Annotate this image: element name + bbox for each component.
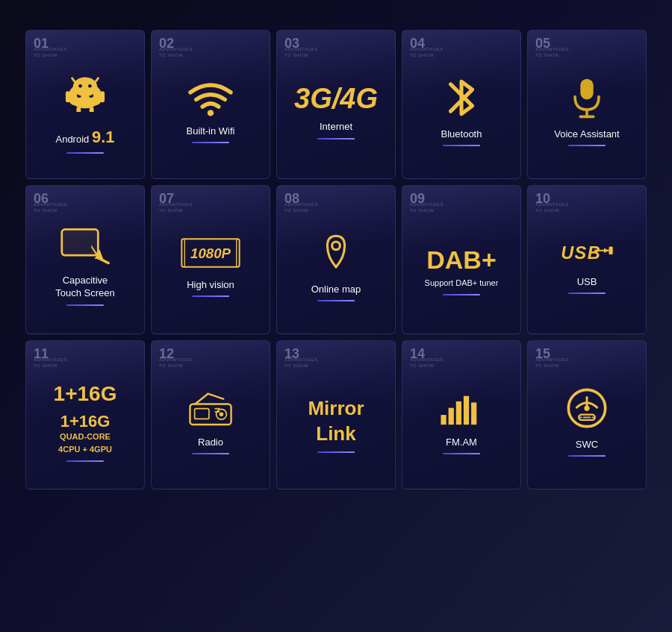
card-icon-wrapper <box>59 227 111 269</box>
map-icon <box>316 231 356 278</box>
feature-card-13[interactable]: 13ADVANTAGESTO SHOWMirrorLink <box>276 340 396 489</box>
svg-rect-27 <box>609 246 612 254</box>
card-icon-wrapper: USB <box>560 239 614 270</box>
svg-point-11 <box>78 84 82 88</box>
android-icon <box>63 69 107 121</box>
touchscreen-icon <box>59 227 111 269</box>
svg-rect-37 <box>449 407 454 424</box>
storage-icon: 1+16G <box>54 381 117 407</box>
card-icon-wrapper: 1+16G <box>54 381 117 407</box>
feature-card-03[interactable]: 03ADVANTAGESTO SHOW3G/4GInternet <box>276 30 396 179</box>
card-underline <box>443 294 480 295</box>
card-underline <box>66 304 104 306</box>
feature-card-02[interactable]: 02ADVANTAGESTO SHOW Built-in Wifi <box>151 30 270 179</box>
3g4g-icon: 3G/4G <box>294 83 378 115</box>
wifi-icon <box>188 79 233 119</box>
svg-rect-8 <box>76 107 81 112</box>
card-icon-wrapper <box>187 389 234 431</box>
svg-rect-36 <box>441 415 446 425</box>
feature-card-11[interactable]: 11ADVANTAGESTO SHOW1+16G1+16GQUAD-CORE4C… <box>25 340 145 489</box>
swc-icon <box>565 387 609 433</box>
card-underline <box>66 152 104 154</box>
card-icon-wrapper <box>63 69 107 121</box>
feature-card-04[interactable]: 04ADVANTAGESTO SHOW Bluetooth <box>402 30 521 179</box>
feature-card-10[interactable]: 10ADVANTAGESTO SHOW USB USB <box>527 185 647 334</box>
card-underline <box>317 451 355 453</box>
card-label: 1+16GQUAD-CORE4CPU + 4GPU <box>58 413 112 456</box>
svg-line-30 <box>208 393 224 398</box>
svg-rect-14 <box>580 78 593 99</box>
svg-rect-9 <box>90 107 94 112</box>
svg-text:1080P: 1080P <box>190 245 231 260</box>
card-label: FM.AM <box>446 437 477 449</box>
card-label: MirrorLink <box>308 396 364 447</box>
card-sub: ADVANTAGESTO SHOW <box>284 47 318 59</box>
svg-line-19 <box>98 258 108 263</box>
svg-rect-38 <box>456 401 461 424</box>
card-sub: ADVANTAGESTO SHOW <box>34 202 67 214</box>
svg-rect-31 <box>195 408 209 419</box>
svg-point-10 <box>73 77 97 96</box>
svg-rect-6 <box>66 91 70 102</box>
card-label: DAB+Support DAB+ tuner <box>425 243 499 289</box>
feature-card-01[interactable]: 01ADVANTAGESTO SHOW Android 9.1 <box>25 30 145 179</box>
card-underline <box>443 145 480 146</box>
svg-text:USB: USB <box>561 243 601 263</box>
card-label: Online map <box>311 284 361 296</box>
card-underline <box>66 460 104 462</box>
usb-icon: USB <box>560 239 614 270</box>
card-sub: ADVANTAGESTO SHOW <box>410 357 444 369</box>
feature-card-14[interactable]: 14ADVANTAGESTO SHOW FM.AM <box>402 340 521 489</box>
card-label: Voice Assistant <box>554 128 619 141</box>
card-underline <box>568 145 606 146</box>
card-label: High vision <box>187 279 234 292</box>
card-sub: ADVANTAGESTO SHOW <box>410 202 444 214</box>
card-sub: ADVANTAGESTO SHOW <box>284 357 318 369</box>
card-sub: ADVANTAGESTO SHOW <box>159 357 193 369</box>
svg-point-24 <box>332 242 340 250</box>
feature-card-09[interactable]: 09ADVANTAGESTO SHOWDAB+Support DAB+ tune… <box>402 185 521 334</box>
card-icon-wrapper <box>565 387 609 433</box>
svg-point-13 <box>208 110 214 116</box>
function-grid: 01ADVANTAGESTO SHOW Android 9.102 <box>15 30 657 489</box>
feature-card-15[interactable]: 15ADVANTAGESTO SHOW SWC <box>527 340 647 489</box>
1080p-icon: 1080P <box>181 236 240 273</box>
card-icon-wrapper <box>316 231 356 278</box>
svg-rect-39 <box>464 395 469 424</box>
card-underline <box>568 292 606 294</box>
feature-card-05[interactable]: 05ADVANTAGESTO SHOW Voice Assistant <box>527 30 647 179</box>
card-label: USB <box>577 276 597 289</box>
card-icon-wrapper <box>445 76 478 122</box>
card-label: Built-in Wifi <box>186 125 234 138</box>
card-sub: ADVANTAGESTO SHOW <box>535 357 569 369</box>
svg-rect-28 <box>190 404 231 425</box>
card-label: Radio <box>198 437 223 449</box>
card-icon-wrapper <box>188 79 233 119</box>
card-underline <box>192 453 229 454</box>
card-underline <box>568 455 606 457</box>
card-underline <box>192 295 229 297</box>
feature-card-08[interactable]: 08ADVANTAGESTO SHOW Online map <box>276 185 396 334</box>
feature-card-12[interactable]: 12ADVANTAGESTO SHOW Radio <box>151 340 270 489</box>
card-label: SWC <box>576 439 598 451</box>
card-underline <box>443 453 480 454</box>
radio-icon <box>187 389 234 431</box>
svg-rect-40 <box>471 402 476 425</box>
feature-card-07[interactable]: 07ADVANTAGESTO SHOW 1080P High vision <box>151 185 270 334</box>
card-underline <box>192 142 229 143</box>
svg-rect-18 <box>62 230 99 256</box>
fmam-icon <box>440 389 483 431</box>
card-underline <box>317 300 355 301</box>
card-sub: ADVANTAGESTO SHOW <box>535 202 569 214</box>
card-underline <box>317 138 355 140</box>
card-sub: ADVANTAGESTO SHOW <box>34 47 67 59</box>
card-icon-wrapper <box>440 389 483 431</box>
card-label: Bluetooth <box>441 128 482 141</box>
card-sub: ADVANTAGESTO SHOW <box>159 47 193 59</box>
card-label: CapacitiveTouch Screen <box>55 275 115 300</box>
mic-icon <box>570 76 603 122</box>
card-label: Internet <box>320 121 352 134</box>
card-sub: ADVANTAGESTO SHOW <box>410 47 444 59</box>
feature-card-06[interactable]: 06ADVANTAGESTO SHOW CapacitiveTouch Scre… <box>25 185 145 334</box>
svg-point-33 <box>220 412 224 416</box>
